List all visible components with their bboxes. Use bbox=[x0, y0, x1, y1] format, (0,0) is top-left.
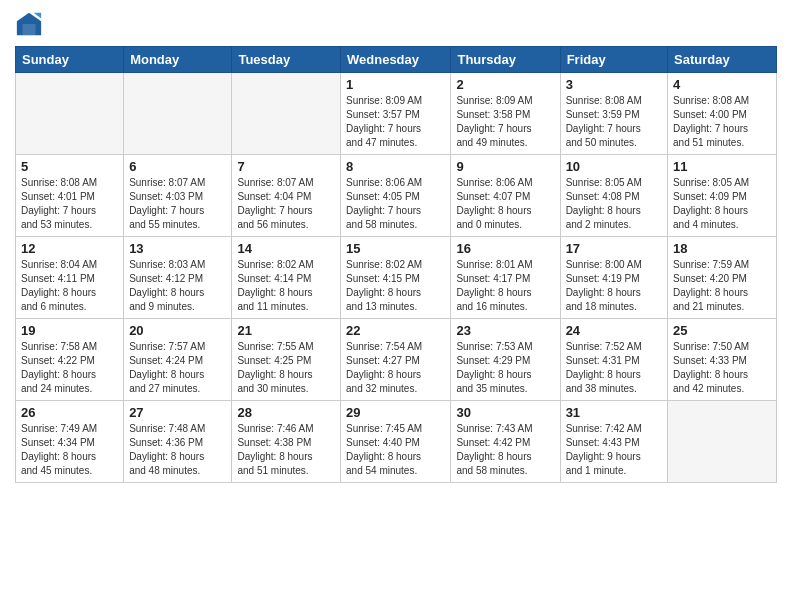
calendar-cell: 19Sunrise: 7:58 AM Sunset: 4:22 PM Dayli… bbox=[16, 319, 124, 401]
calendar-cell: 23Sunrise: 7:53 AM Sunset: 4:29 PM Dayli… bbox=[451, 319, 560, 401]
day-number: 11 bbox=[673, 159, 771, 174]
day-number: 5 bbox=[21, 159, 118, 174]
day-info: Sunrise: 7:52 AM Sunset: 4:31 PM Dayligh… bbox=[566, 340, 662, 396]
day-info: Sunrise: 8:05 AM Sunset: 4:09 PM Dayligh… bbox=[673, 176, 771, 232]
calendar-cell bbox=[668, 401, 777, 483]
calendar-cell: 26Sunrise: 7:49 AM Sunset: 4:34 PM Dayli… bbox=[16, 401, 124, 483]
day-number: 15 bbox=[346, 241, 445, 256]
day-info: Sunrise: 7:42 AM Sunset: 4:43 PM Dayligh… bbox=[566, 422, 662, 478]
week-row-0: 1Sunrise: 8:09 AM Sunset: 3:57 PM Daylig… bbox=[16, 73, 777, 155]
calendar-cell: 7Sunrise: 8:07 AM Sunset: 4:04 PM Daylig… bbox=[232, 155, 341, 237]
day-number: 29 bbox=[346, 405, 445, 420]
day-number: 21 bbox=[237, 323, 335, 338]
day-info: Sunrise: 8:02 AM Sunset: 4:15 PM Dayligh… bbox=[346, 258, 445, 314]
page: SundayMondayTuesdayWednesdayThursdayFrid… bbox=[0, 0, 792, 612]
weekday-header-thursday: Thursday bbox=[451, 47, 560, 73]
day-number: 9 bbox=[456, 159, 554, 174]
day-info: Sunrise: 8:07 AM Sunset: 4:04 PM Dayligh… bbox=[237, 176, 335, 232]
day-number: 14 bbox=[237, 241, 335, 256]
day-info: Sunrise: 8:07 AM Sunset: 4:03 PM Dayligh… bbox=[129, 176, 226, 232]
calendar-cell: 5Sunrise: 8:08 AM Sunset: 4:01 PM Daylig… bbox=[16, 155, 124, 237]
week-row-1: 5Sunrise: 8:08 AM Sunset: 4:01 PM Daylig… bbox=[16, 155, 777, 237]
day-info: Sunrise: 8:09 AM Sunset: 3:57 PM Dayligh… bbox=[346, 94, 445, 150]
day-info: Sunrise: 8:08 AM Sunset: 4:00 PM Dayligh… bbox=[673, 94, 771, 150]
day-info: Sunrise: 8:00 AM Sunset: 4:19 PM Dayligh… bbox=[566, 258, 662, 314]
calendar-cell: 25Sunrise: 7:50 AM Sunset: 4:33 PM Dayli… bbox=[668, 319, 777, 401]
day-info: Sunrise: 8:05 AM Sunset: 4:08 PM Dayligh… bbox=[566, 176, 662, 232]
calendar-cell: 9Sunrise: 8:06 AM Sunset: 4:07 PM Daylig… bbox=[451, 155, 560, 237]
day-info: Sunrise: 7:49 AM Sunset: 4:34 PM Dayligh… bbox=[21, 422, 118, 478]
calendar-body: 1Sunrise: 8:09 AM Sunset: 3:57 PM Daylig… bbox=[16, 73, 777, 483]
day-info: Sunrise: 8:09 AM Sunset: 3:58 PM Dayligh… bbox=[456, 94, 554, 150]
calendar-cell: 3Sunrise: 8:08 AM Sunset: 3:59 PM Daylig… bbox=[560, 73, 667, 155]
calendar-cell: 8Sunrise: 8:06 AM Sunset: 4:05 PM Daylig… bbox=[341, 155, 451, 237]
day-number: 19 bbox=[21, 323, 118, 338]
calendar-cell: 21Sunrise: 7:55 AM Sunset: 4:25 PM Dayli… bbox=[232, 319, 341, 401]
weekday-header-sunday: Sunday bbox=[16, 47, 124, 73]
week-row-3: 19Sunrise: 7:58 AM Sunset: 4:22 PM Dayli… bbox=[16, 319, 777, 401]
day-info: Sunrise: 8:06 AM Sunset: 4:07 PM Dayligh… bbox=[456, 176, 554, 232]
weekday-header-wednesday: Wednesday bbox=[341, 47, 451, 73]
calendar-cell: 13Sunrise: 8:03 AM Sunset: 4:12 PM Dayli… bbox=[124, 237, 232, 319]
day-number: 20 bbox=[129, 323, 226, 338]
calendar-cell: 1Sunrise: 8:09 AM Sunset: 3:57 PM Daylig… bbox=[341, 73, 451, 155]
calendar-cell bbox=[16, 73, 124, 155]
calendar-cell: 16Sunrise: 8:01 AM Sunset: 4:17 PM Dayli… bbox=[451, 237, 560, 319]
day-number: 31 bbox=[566, 405, 662, 420]
day-info: Sunrise: 7:43 AM Sunset: 4:42 PM Dayligh… bbox=[456, 422, 554, 478]
day-info: Sunrise: 7:50 AM Sunset: 4:33 PM Dayligh… bbox=[673, 340, 771, 396]
day-number: 26 bbox=[21, 405, 118, 420]
calendar-cell: 28Sunrise: 7:46 AM Sunset: 4:38 PM Dayli… bbox=[232, 401, 341, 483]
weekday-header-tuesday: Tuesday bbox=[232, 47, 341, 73]
weekday-header-monday: Monday bbox=[124, 47, 232, 73]
day-info: Sunrise: 7:45 AM Sunset: 4:40 PM Dayligh… bbox=[346, 422, 445, 478]
day-info: Sunrise: 7:46 AM Sunset: 4:38 PM Dayligh… bbox=[237, 422, 335, 478]
day-number: 25 bbox=[673, 323, 771, 338]
calendar-cell: 24Sunrise: 7:52 AM Sunset: 4:31 PM Dayli… bbox=[560, 319, 667, 401]
calendar-cell bbox=[232, 73, 341, 155]
calendar-cell: 15Sunrise: 8:02 AM Sunset: 4:15 PM Dayli… bbox=[341, 237, 451, 319]
day-number: 23 bbox=[456, 323, 554, 338]
day-number: 12 bbox=[21, 241, 118, 256]
day-number: 22 bbox=[346, 323, 445, 338]
day-info: Sunrise: 8:08 AM Sunset: 3:59 PM Dayligh… bbox=[566, 94, 662, 150]
weekday-header-row: SundayMondayTuesdayWednesdayThursdayFrid… bbox=[16, 47, 777, 73]
calendar-cell: 22Sunrise: 7:54 AM Sunset: 4:27 PM Dayli… bbox=[341, 319, 451, 401]
day-number: 2 bbox=[456, 77, 554, 92]
day-number: 6 bbox=[129, 159, 226, 174]
calendar-cell bbox=[124, 73, 232, 155]
header bbox=[15, 10, 777, 38]
calendar-cell: 4Sunrise: 8:08 AM Sunset: 4:00 PM Daylig… bbox=[668, 73, 777, 155]
weekday-header-saturday: Saturday bbox=[668, 47, 777, 73]
day-number: 10 bbox=[566, 159, 662, 174]
calendar-cell: 6Sunrise: 8:07 AM Sunset: 4:03 PM Daylig… bbox=[124, 155, 232, 237]
day-info: Sunrise: 8:01 AM Sunset: 4:17 PM Dayligh… bbox=[456, 258, 554, 314]
day-number: 24 bbox=[566, 323, 662, 338]
calendar-header: SundayMondayTuesdayWednesdayThursdayFrid… bbox=[16, 47, 777, 73]
calendar-cell: 31Sunrise: 7:42 AM Sunset: 4:43 PM Dayli… bbox=[560, 401, 667, 483]
day-number: 30 bbox=[456, 405, 554, 420]
logo-icon bbox=[15, 10, 43, 38]
calendar-cell: 2Sunrise: 8:09 AM Sunset: 3:58 PM Daylig… bbox=[451, 73, 560, 155]
calendar-cell: 11Sunrise: 8:05 AM Sunset: 4:09 PM Dayli… bbox=[668, 155, 777, 237]
calendar-cell: 29Sunrise: 7:45 AM Sunset: 4:40 PM Dayli… bbox=[341, 401, 451, 483]
calendar-cell: 10Sunrise: 8:05 AM Sunset: 4:08 PM Dayli… bbox=[560, 155, 667, 237]
calendar-cell: 20Sunrise: 7:57 AM Sunset: 4:24 PM Dayli… bbox=[124, 319, 232, 401]
day-number: 3 bbox=[566, 77, 662, 92]
day-info: Sunrise: 7:54 AM Sunset: 4:27 PM Dayligh… bbox=[346, 340, 445, 396]
calendar-cell: 12Sunrise: 8:04 AM Sunset: 4:11 PM Dayli… bbox=[16, 237, 124, 319]
day-number: 16 bbox=[456, 241, 554, 256]
day-info: Sunrise: 7:58 AM Sunset: 4:22 PM Dayligh… bbox=[21, 340, 118, 396]
day-number: 1 bbox=[346, 77, 445, 92]
calendar-cell: 14Sunrise: 8:02 AM Sunset: 4:14 PM Dayli… bbox=[232, 237, 341, 319]
day-number: 28 bbox=[237, 405, 335, 420]
day-info: Sunrise: 8:08 AM Sunset: 4:01 PM Dayligh… bbox=[21, 176, 118, 232]
calendar-table: SundayMondayTuesdayWednesdayThursdayFrid… bbox=[15, 46, 777, 483]
week-row-2: 12Sunrise: 8:04 AM Sunset: 4:11 PM Dayli… bbox=[16, 237, 777, 319]
calendar-cell: 17Sunrise: 8:00 AM Sunset: 4:19 PM Dayli… bbox=[560, 237, 667, 319]
day-number: 13 bbox=[129, 241, 226, 256]
weekday-header-friday: Friday bbox=[560, 47, 667, 73]
day-info: Sunrise: 7:55 AM Sunset: 4:25 PM Dayligh… bbox=[237, 340, 335, 396]
day-info: Sunrise: 8:06 AM Sunset: 4:05 PM Dayligh… bbox=[346, 176, 445, 232]
week-row-4: 26Sunrise: 7:49 AM Sunset: 4:34 PM Dayli… bbox=[16, 401, 777, 483]
